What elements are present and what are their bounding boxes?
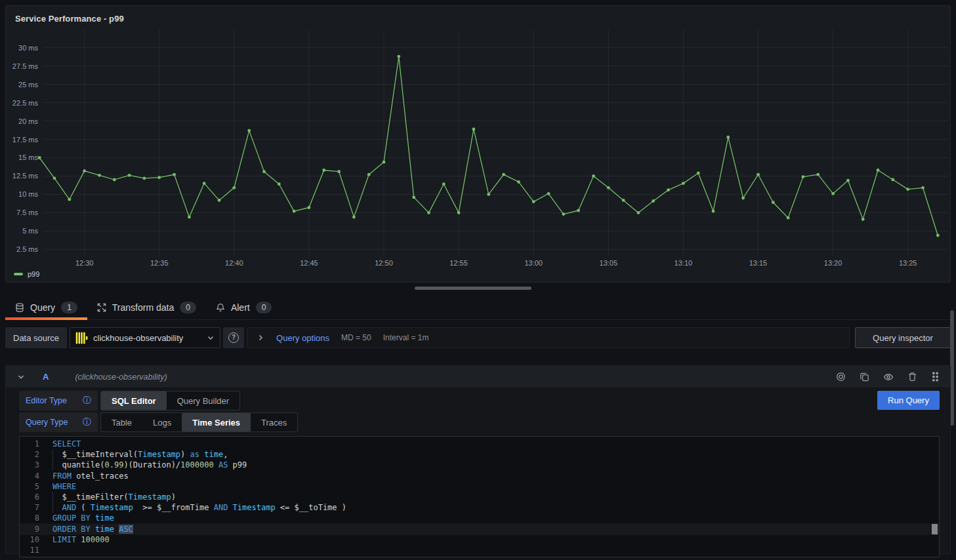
query-type-label: Query Type ⓘ: [19, 412, 98, 432]
svg-text:10 ms: 10 ms: [18, 190, 38, 198]
line-number: 2: [20, 449, 39, 460]
line-number: 8: [20, 513, 39, 523]
chevron-right-icon[interactable]: [257, 334, 264, 342]
svg-text:13:15: 13:15: [749, 259, 768, 267]
query-row-header: A (clickhouse-observability): [6, 366, 950, 388]
legend-item-p99[interactable]: p99: [14, 270, 39, 278]
code-line-11: 11: [20, 545, 939, 555]
sql-code-editor[interactable]: 1SELECT2 $__timeInterval(Timestamp) as t…: [19, 436, 940, 557]
datasource-bar: Data source clickhouse-observability ? Q…: [5, 327, 951, 348]
query-type-traces[interactable]: Traces: [251, 413, 297, 431]
svg-text:12:55: 12:55: [449, 259, 468, 267]
legend-series-label: p99: [28, 270, 39, 278]
svg-text:22.5 ms: 22.5 ms: [12, 99, 39, 107]
svg-text:13:00: 13:00: [524, 259, 543, 267]
datasource-name: clickhouse-observability: [93, 333, 201, 343]
database-icon: [15, 303, 24, 312]
svg-text:15 ms: 15 ms: [18, 153, 38, 161]
query-options-bar: Query options MD = 50 Interval = 1m: [247, 327, 850, 348]
line-number: 7: [20, 502, 39, 513]
tab-count-badge: 0: [256, 302, 272, 313]
indent-guide: [52, 449, 53, 460]
interval-value: Interval = 1m: [383, 333, 429, 342]
query-editor-row: A (clickhouse-observability) Editor Type…: [5, 365, 951, 554]
clickhouse-logo-icon: [75, 332, 88, 344]
panel-title: Service Performance - p99: [15, 14, 124, 24]
delete-query-icon[interactable]: [907, 372, 917, 382]
svg-text:7.5 ms: 7.5 ms: [16, 209, 39, 216]
svg-text:27.5 ms: 27.5 ms: [12, 62, 39, 70]
line-number: 5: [20, 481, 39, 492]
legend-series-swatch: [14, 273, 23, 275]
disable-query-icon[interactable]: [836, 372, 846, 382]
line-number: 9: [20, 524, 39, 534]
chevron-down-icon: [207, 334, 215, 342]
editor-type-sql-editor[interactable]: SQL Editor: [101, 391, 167, 410]
horizontal-scrollbar-thumb[interactable]: [415, 287, 531, 290]
svg-text:12:30: 12:30: [75, 259, 94, 267]
svg-text:20 ms: 20 ms: [18, 117, 38, 125]
query-datasource-hint: (clickhouse-observability): [75, 372, 167, 382]
svg-text:12:35: 12:35: [150, 259, 169, 267]
editor-type-query-builder[interactable]: Query Builder: [167, 391, 239, 410]
query-options-toggle[interactable]: Query options: [276, 333, 329, 343]
code-line-8: 8GROUP BY time: [20, 513, 939, 523]
code-line-4: 4FROM otel_traces: [20, 471, 939, 481]
line-number: 4: [20, 471, 39, 481]
code-line-9: 9ORDER BY time ASC: [20, 524, 939, 534]
timeseries-panel: 12:3012:3512:4012:4512:5012:5513:0013:05…: [5, 5, 951, 283]
code-line-2: 2 $__timeInterval(Timestamp) as time,: [20, 449, 939, 460]
editor-type-group: SQL Editor Query Builder: [100, 391, 240, 410]
hide-response-icon[interactable]: [883, 372, 894, 382]
datasource-label: Data source: [5, 327, 67, 348]
datasource-select[interactable]: clickhouse-observability: [70, 327, 220, 348]
tab-label: Query: [30, 302, 55, 313]
tab-label: Transform data: [112, 302, 174, 313]
svg-text:2.5 ms: 2.5 ms: [16, 245, 39, 253]
datasource-help-button[interactable]: ?: [223, 327, 244, 348]
tab-alert[interactable]: Alert 0: [206, 295, 281, 319]
info-circle-icon[interactable]: ⓘ: [83, 416, 91, 428]
tab-query[interactable]: Query 1: [5, 295, 87, 319]
indent-guide: [52, 492, 53, 502]
query-type-group: Table Logs Time Series Traces: [100, 412, 298, 432]
editor-tabbar: Query 1 Transform data 0 Alert 0: [5, 295, 951, 320]
svg-text:5 ms: 5 ms: [22, 227, 38, 235]
code-line-1: 1SELECT: [20, 439, 939, 449]
indent-guide: [52, 502, 53, 513]
tab-count-badge: 1: [61, 302, 77, 313]
transform-icon: [97, 303, 106, 312]
line-number: 6: [20, 492, 39, 502]
tab-count-badge: 0: [180, 302, 196, 313]
svg-text:13:25: 13:25: [899, 259, 917, 267]
svg-text:25 ms: 25 ms: [18, 81, 38, 89]
duplicate-query-icon[interactable]: [860, 372, 869, 382]
query-type-time-series[interactable]: Time Series: [182, 413, 251, 431]
info-circle-icon[interactable]: ⓘ: [83, 395, 91, 407]
svg-text:13:05: 13:05: [600, 259, 618, 267]
svg-text:12:50: 12:50: [375, 259, 393, 267]
indent-guide: [52, 460, 53, 470]
code-line-3: 3 quantile(0.99)(Duration)/1000000 AS p9…: [20, 460, 939, 470]
svg-text:30 ms: 30 ms: [18, 44, 38, 52]
query-ref-id: A: [43, 372, 49, 382]
svg-text:13:20: 13:20: [824, 259, 842, 267]
code-line-10: 10LIMIT 100000: [20, 534, 939, 545]
query-type-row: Query Type ⓘ Table Logs Time Series Trac…: [19, 412, 940, 432]
query-type-table[interactable]: Table: [101, 413, 142, 431]
query-type-logs[interactable]: Logs: [142, 413, 182, 431]
max-data-points-value: MD = 50: [341, 333, 371, 342]
svg-text:17.5 ms: 17.5 ms: [12, 136, 39, 144]
code-line-6: 6 $__timeFilter(Timestamp): [20, 492, 939, 502]
drag-handle-icon[interactable]: [931, 372, 940, 382]
line-number: 10: [20, 534, 39, 545]
line-number: 11: [20, 545, 39, 555]
question-circle-icon: ?: [228, 332, 239, 343]
run-query-button[interactable]: Run Query: [877, 391, 940, 410]
query-inspector-button[interactable]: Query inspector: [855, 327, 951, 348]
line-number: 1: [20, 439, 39, 449]
tab-transform-data[interactable]: Transform data 0: [87, 295, 206, 319]
collapse-chevron-icon[interactable]: [16, 372, 26, 382]
tab-label: Alert: [231, 302, 250, 313]
svg-text:13:10: 13:10: [675, 259, 693, 267]
